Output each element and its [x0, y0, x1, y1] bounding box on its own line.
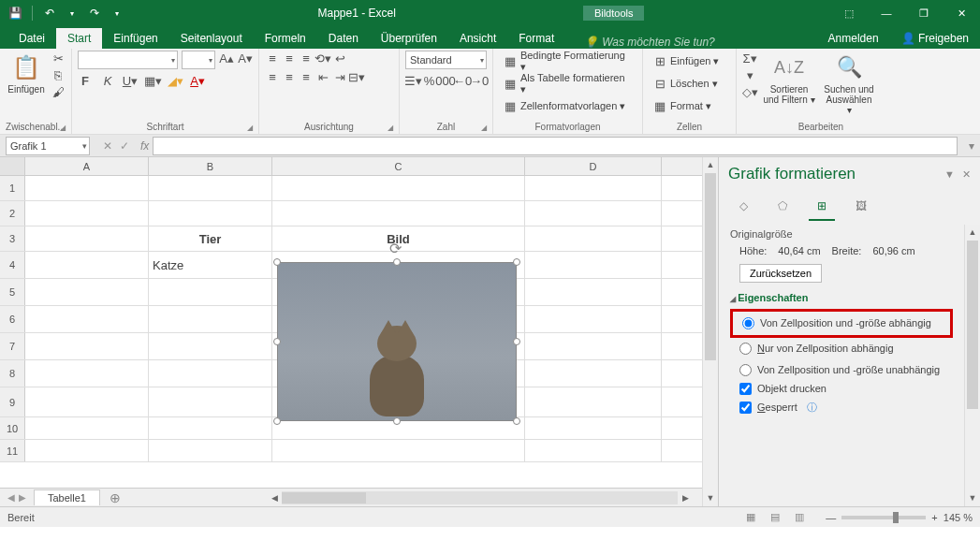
font-size-combo[interactable]: [182, 51, 215, 69]
close-icon[interactable]: ✕: [943, 0, 980, 26]
bold-icon[interactable]: F: [78, 73, 93, 88]
size-properties-tab-icon[interactable]: ⊞: [811, 195, 833, 217]
increase-indent-icon[interactable]: ⇥: [332, 69, 347, 84]
embedded-picture[interactable]: ⟳: [277, 262, 517, 421]
sheet-nav-prev-icon[interactable]: ◀: [7, 492, 15, 503]
cell[interactable]: Katze: [149, 252, 272, 278]
align-right-icon[interactable]: ≡: [299, 69, 314, 84]
scroll-left-icon[interactable]: ◀: [267, 493, 282, 503]
row-header[interactable]: 6: [0, 306, 25, 332]
effects-tab-icon[interactable]: ⬠: [771, 195, 794, 217]
row-header[interactable]: 7: [0, 333, 25, 359]
increase-decimal-icon[interactable]: ←0: [455, 73, 470, 88]
checkbox-input[interactable]: [739, 383, 752, 395]
checkbox-locked[interactable]: Gesperrt ⓘ: [730, 398, 953, 417]
radio-input[interactable]: [742, 317, 754, 329]
row-header[interactable]: 4: [0, 252, 25, 278]
zoom-value[interactable]: 145 %: [943, 512, 973, 523]
tab-format[interactable]: Format: [507, 28, 565, 49]
horizontal-scrollbar[interactable]: ◀ ▶: [267, 491, 693, 504]
zoom-slider[interactable]: [841, 516, 926, 519]
format-painter-icon[interactable]: 🖌: [51, 84, 66, 99]
select-all-corner[interactable]: [0, 157, 25, 175]
enter-formula-icon[interactable]: ✓: [120, 139, 129, 153]
fill-icon[interactable]: ▾: [742, 67, 757, 82]
radio-input[interactable]: [739, 343, 752, 355]
resize-handle[interactable]: [513, 258, 520, 266]
qat-customize-icon[interactable]: ▾: [108, 4, 126, 22]
row-header[interactable]: 2: [0, 201, 25, 226]
column-header[interactable]: B: [149, 157, 272, 175]
align-middle-icon[interactable]: ≡: [282, 51, 297, 66]
orientation-icon[interactable]: ⟲▾: [315, 51, 330, 66]
column-header[interactable]: C: [272, 157, 525, 175]
increase-font-icon[interactable]: A▴: [219, 51, 234, 66]
save-icon[interactable]: 💾: [6, 4, 24, 22]
expand-formula-bar-icon[interactable]: ▾: [963, 139, 980, 153]
dialog-launcher-icon[interactable]: ◢: [60, 124, 66, 132]
scroll-right-icon[interactable]: ▶: [678, 493, 693, 503]
cancel-formula-icon[interactable]: ✕: [103, 139, 112, 153]
checkbox-input[interactable]: [739, 402, 752, 414]
cut-icon[interactable]: ✂: [51, 51, 66, 66]
zoom-in-icon[interactable]: +: [931, 512, 937, 523]
font-color-icon[interactable]: A▾: [190, 73, 205, 88]
row-header[interactable]: 8: [0, 360, 25, 387]
undo-icon[interactable]: ↶: [40, 4, 59, 22]
cell[interactable]: Tier: [149, 226, 272, 251]
reset-button[interactable]: Zurücksetzen: [739, 264, 822, 283]
minimize-icon[interactable]: —: [868, 0, 905, 26]
scrollbar-thumb[interactable]: [282, 492, 366, 504]
resize-handle[interactable]: [273, 417, 281, 425]
currency-icon[interactable]: ☰▾: [405, 73, 420, 88]
tab-home[interactable]: Start: [56, 28, 102, 49]
fx-label[interactable]: fx: [140, 139, 149, 153]
row-header[interactable]: 3: [0, 226, 25, 251]
align-center-icon[interactable]: ≡: [282, 69, 297, 84]
properties-section-title[interactable]: Eigenschaften: [730, 292, 953, 303]
format-cells-button[interactable]: ▦Format ▾: [649, 95, 723, 116]
radio-input[interactable]: [739, 364, 752, 376]
vertical-scrollbar[interactable]: ▲ ▼: [702, 157, 718, 506]
find-select-button[interactable]: 🔍 Suchen und Auswählen ▾: [821, 51, 877, 117]
decrease-decimal-icon[interactable]: →0: [472, 73, 487, 88]
insert-cells-button[interactable]: ⊞Einfügen ▾: [649, 51, 723, 71]
radio-move-size-with-cells[interactable]: Von Zellposition und -größe abhängig: [730, 309, 953, 338]
pane-scrollbar[interactable]: ▲ ▼: [964, 225, 980, 506]
fill-color-icon[interactable]: ◢▾: [168, 73, 183, 88]
resize-handle[interactable]: [393, 417, 401, 425]
pane-close-icon[interactable]: ✕: [962, 168, 971, 181]
grid-body[interactable]: 1 2 3TierBild 4Katze 5 6 7 8 9 10 11 ⟳: [0, 176, 702, 488]
scroll-up-icon[interactable]: ▲: [965, 225, 980, 241]
radio-dont-move-size[interactable]: Von Zellposition und -größe unabhängig: [730, 359, 953, 380]
dialog-launcher-icon[interactable]: ◢: [388, 124, 393, 132]
scroll-down-icon[interactable]: ▼: [965, 490, 980, 506]
column-header[interactable]: D: [525, 157, 662, 175]
decrease-indent-icon[interactable]: ⇤: [315, 69, 330, 84]
align-bottom-icon[interactable]: ≡: [299, 51, 314, 66]
row-header[interactable]: 5: [0, 279, 25, 305]
sort-filter-button[interactable]: A↓Z Sortieren und Filtern ▾: [761, 51, 817, 107]
borders-icon[interactable]: ▦▾: [145, 73, 160, 88]
picture-tab-icon[interactable]: 🖼: [850, 195, 872, 217]
row-header[interactable]: 1: [0, 176, 25, 200]
resize-handle[interactable]: [273, 258, 281, 266]
tab-file[interactable]: Datei: [7, 28, 56, 49]
info-icon[interactable]: ⓘ: [807, 401, 817, 415]
wrap-text-icon[interactable]: ↩: [332, 51, 347, 66]
format-as-table-button[interactable]: ▦Als Tabelle formatieren ▾: [499, 73, 636, 94]
row-header[interactable]: 10: [0, 417, 25, 439]
slider-knob[interactable]: [893, 512, 899, 523]
tab-page-layout[interactable]: Seitenlayout: [169, 28, 254, 49]
tab-view[interactable]: Ansicht: [448, 28, 507, 49]
tab-review[interactable]: Überprüfen: [370, 28, 448, 49]
scroll-down-icon[interactable]: ▼: [703, 490, 718, 506]
formula-input[interactable]: [153, 137, 958, 155]
row-header[interactable]: 11: [0, 440, 25, 461]
resize-handle[interactable]: [513, 338, 520, 345]
page-break-view-icon[interactable]: ▥: [788, 509, 811, 526]
tell-me-search[interactable]: 💡 Was möchten Sie tun?: [584, 36, 715, 49]
cell-styles-button[interactable]: ▦Zellenformatvorlagen ▾: [499, 95, 636, 116]
align-left-icon[interactable]: ≡: [265, 69, 280, 84]
fill-line-tab-icon[interactable]: ◇: [732, 195, 754, 217]
